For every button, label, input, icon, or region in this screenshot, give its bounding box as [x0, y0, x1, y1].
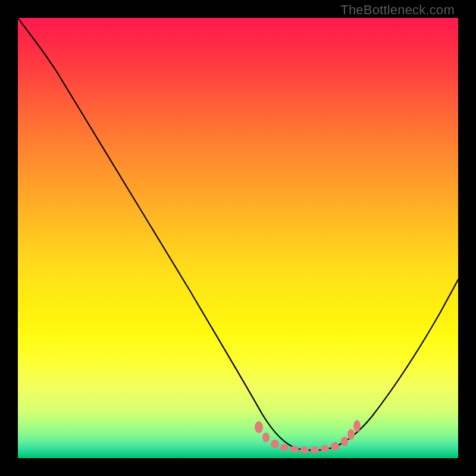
- flat-zone-markers: [255, 420, 361, 453]
- chart-svg: [18, 18, 458, 458]
- svg-point-4: [290, 446, 299, 453]
- svg-point-7: [321, 445, 329, 452]
- svg-point-8: [331, 442, 339, 450]
- svg-point-9: [341, 437, 348, 446]
- chart-frame: TheBottleneck.com: [0, 0, 476, 476]
- svg-point-11: [353, 420, 361, 432]
- svg-point-0: [255, 421, 263, 433]
- svg-point-2: [271, 440, 279, 448]
- svg-point-10: [347, 429, 355, 440]
- svg-point-5: [300, 446, 309, 453]
- svg-point-3: [280, 444, 289, 451]
- bottleneck-curve: [18, 18, 458, 450]
- watermark-text: TheBottleneck.com: [340, 2, 455, 18]
- svg-point-1: [262, 433, 270, 442]
- svg-point-6: [311, 446, 319, 453]
- plot-area: [18, 18, 458, 458]
